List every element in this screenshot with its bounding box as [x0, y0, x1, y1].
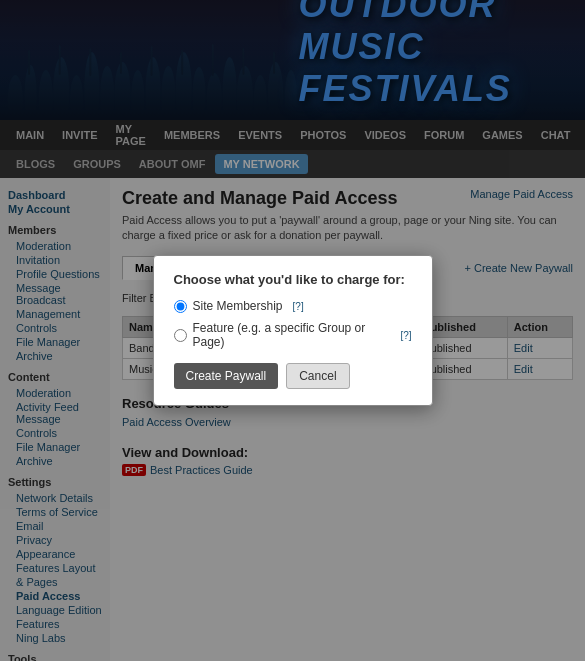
modal-overlay: Choose what you'd like to charge for: Si… — [0, 0, 585, 661]
modal-buttons: Create Paywall Cancel — [174, 363, 412, 389]
radio-site-membership[interactable] — [174, 300, 187, 313]
modal-option-feature: Feature (e.g. a specific Group or Page) … — [174, 321, 412, 349]
help-feature[interactable]: [?] — [400, 330, 411, 341]
cancel-button[interactable]: Cancel — [286, 363, 349, 389]
help-site-membership[interactable]: [?] — [293, 301, 304, 312]
modal-option-site-membership: Site Membership [?] — [174, 299, 412, 313]
option-site-membership-label: Site Membership — [193, 299, 283, 313]
modal-title: Choose what you'd like to charge for: — [174, 272, 412, 287]
option-feature-label: Feature (e.g. a specific Group or Page) — [193, 321, 391, 349]
modal-box: Choose what you'd like to charge for: Si… — [153, 255, 433, 406]
radio-feature[interactable] — [174, 329, 187, 342]
create-paywall-button[interactable]: Create Paywall — [174, 363, 279, 389]
